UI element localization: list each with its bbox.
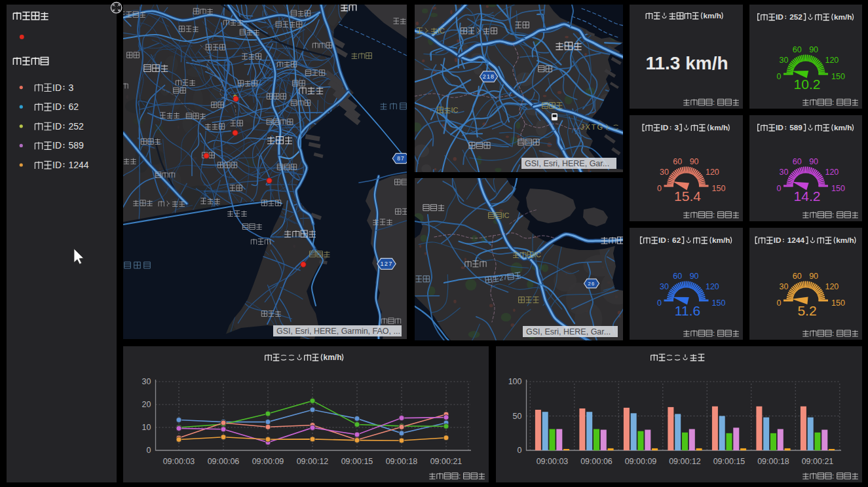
svg-text:ID: ID [52, 140, 62, 151]
svg-text:15.4: 15.4 [674, 189, 701, 204]
svg-text:27: 27 [499, 273, 508, 282]
svg-text::: : [832, 472, 834, 480]
svg-text:0: 0 [657, 298, 662, 308]
svg-text:90: 90 [809, 157, 818, 166]
svg-text:30: 30 [780, 56, 789, 65]
svg-text:km/h: km/h [836, 236, 854, 245]
svg-text:09:00:21: 09:00:21 [802, 457, 834, 466]
svg-text:09:00:15: 09:00:15 [713, 457, 745, 466]
svg-text::: : [459, 472, 461, 480]
svg-text:100: 100 [508, 377, 522, 386]
svg-text:ID: ID [52, 160, 62, 170]
svg-text:60: 60 [793, 157, 802, 166]
svg-text:60: 60 [793, 45, 802, 54]
svg-text:ID: ID [52, 82, 62, 93]
svg-text:60: 60 [673, 157, 682, 166]
svg-text:ID: ID [52, 121, 62, 132]
svg-text:218: 218 [483, 73, 495, 80]
svg-text:1244: 1244 [69, 160, 89, 170]
svg-text:20: 20 [142, 400, 151, 409]
svg-text:589: 589 [69, 140, 85, 151]
svg-text:150: 150 [712, 298, 726, 308]
svg-text:09:00:18: 09:00:18 [386, 457, 418, 466]
svg-text::: : [713, 211, 715, 219]
svg-text:09:00:12: 09:00:12 [297, 457, 329, 466]
svg-text:09:00:12: 09:00:12 [669, 457, 701, 466]
svg-text:09:00:06: 09:00:06 [580, 457, 613, 466]
svg-text:ID: ID [660, 123, 668, 132]
svg-text:09:00:03: 09:00:03 [537, 457, 569, 466]
svg-text::: : [713, 329, 715, 337]
svg-text:0: 0 [777, 72, 782, 81]
svg-text:09:00:06: 09:00:06 [208, 457, 240, 466]
svg-text:150: 150 [831, 184, 845, 193]
svg-text:ID: ID [776, 12, 783, 22]
svg-text:km/h: km/h [712, 236, 730, 245]
svg-text:0: 0 [777, 298, 782, 308]
svg-text:5.2: 5.2 [797, 303, 816, 318]
svg-text:10: 10 [142, 423, 151, 432]
svg-text:09:00:21: 09:00:21 [430, 457, 462, 466]
svg-text:60: 60 [673, 272, 682, 281]
svg-text:09:00:03: 09:00:03 [163, 457, 195, 466]
svg-text:GSI, Esri, HERE, Gar...: GSI, Esri, HERE, Gar... [525, 159, 609, 168]
svg-text:0: 0 [657, 184, 662, 193]
svg-text:120: 120 [706, 282, 719, 291]
svg-text:11.6: 11.6 [675, 303, 700, 318]
svg-text:0: 0 [777, 184, 782, 193]
svg-text:127: 127 [380, 261, 392, 267]
svg-text:150: 150 [712, 184, 726, 193]
svg-text:62: 62 [672, 236, 681, 245]
svg-text:km/h: km/h [710, 123, 728, 132]
svg-text:90: 90 [690, 272, 699, 281]
svg-text:90: 90 [809, 45, 818, 54]
svg-text:60: 60 [793, 272, 802, 281]
svg-text:1244: 1244 [787, 236, 805, 245]
svg-text:km/h: km/h [834, 123, 852, 132]
svg-text:JXTG: JXTG [580, 123, 604, 131]
svg-text:IC: IC [534, 251, 541, 259]
svg-text:km/h: km/h [704, 11, 722, 20]
svg-text::: : [832, 98, 834, 106]
svg-text:120: 120 [825, 168, 839, 177]
svg-text:0: 0 [147, 446, 151, 455]
svg-text:11.3 km/h: 11.3 km/h [645, 53, 728, 73]
svg-text:09:00:09: 09:00:09 [625, 457, 657, 466]
svg-text:30: 30 [780, 282, 789, 291]
svg-text:09:00:09: 09:00:09 [252, 457, 284, 466]
svg-text:GSI, Esri, HERE, Garmin, FAO,: GSI, Esri, HERE, Garmin, FAO, ... [276, 327, 400, 336]
svg-text:26: 26 [588, 281, 595, 287]
svg-text:87: 87 [397, 155, 405, 162]
svg-text:50: 50 [513, 412, 522, 421]
svg-text:10.2: 10.2 [794, 77, 821, 92]
svg-text:09:00:15: 09:00:15 [341, 457, 373, 466]
svg-text:62: 62 [69, 101, 79, 112]
svg-text:ID: ID [774, 236, 782, 245]
svg-text:90: 90 [690, 157, 699, 166]
svg-text:30: 30 [660, 282, 669, 291]
svg-text:30: 30 [660, 168, 669, 177]
svg-text:3: 3 [69, 82, 74, 93]
svg-text:252: 252 [789, 12, 802, 22]
svg-text:GSI, Esri, HERE, Gar...: GSI, Esri, HERE, Gar... [526, 327, 611, 336]
svg-text:ID: ID [658, 236, 666, 245]
svg-text::: : [832, 329, 834, 337]
svg-text::: : [713, 98, 715, 106]
svg-text:120: 120 [706, 168, 719, 177]
svg-text:120: 120 [825, 282, 839, 291]
svg-text:252: 252 [69, 121, 85, 132]
svg-text:589: 589 [789, 123, 802, 132]
svg-text:0: 0 [518, 446, 522, 455]
svg-text:120: 120 [825, 56, 839, 65]
svg-text:3: 3 [675, 123, 679, 132]
svg-text:km/h: km/h [834, 12, 852, 22]
svg-text:150: 150 [831, 72, 845, 81]
svg-text::: : [832, 211, 834, 219]
svg-text:ID: ID [52, 101, 62, 112]
svg-text:30: 30 [142, 377, 151, 386]
svg-text:IC: IC [502, 211, 510, 219]
svg-text:km/h: km/h [324, 353, 342, 362]
svg-text:ID: ID [776, 123, 783, 132]
svg-text:09:00:18: 09:00:18 [757, 457, 789, 466]
svg-text:90: 90 [809, 272, 818, 281]
